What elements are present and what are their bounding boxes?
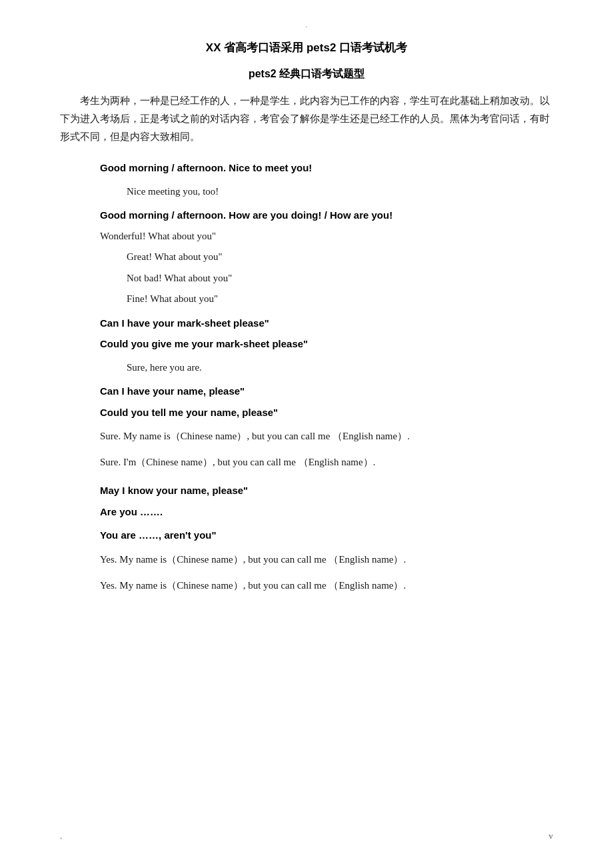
dialog-line-9: Sure, here you are. — [127, 359, 553, 377]
sub-title: pets2 经典口语考试题型 — [60, 67, 553, 81]
dialog-line-12: Sure. My name is（Chinese name）, but you … — [100, 427, 553, 445]
dialog-line-7: Can I have your mark-sheet please" — [100, 315, 553, 332]
top-dot: . — [306, 20, 308, 30]
dialog-line-10: Can I have your name, please" — [100, 383, 553, 400]
dialog-line-8: Could you give me your mark-sheet please… — [100, 335, 553, 353]
dialog-line-14: May I know your name, please" — [100, 482, 553, 499]
dialog-line-17: Yes. My name is（Chinese name）, but you c… — [100, 551, 553, 569]
dialog-line-11: Could you tell me your name, please" — [100, 404, 553, 421]
dialog-line-6: Fine! What about you" — [127, 291, 553, 308]
dialog-line-2: Good morning / afternoon. How are you do… — [100, 207, 553, 224]
dialog-line-4: Great! What about you" — [127, 249, 553, 266]
dialog-line-16: You are ……, aren't you" — [100, 527, 553, 544]
dialog-line-15: Are you ……. — [100, 503, 553, 521]
dialog-line-0: Good morning / afternoon. Nice to meet y… — [100, 159, 553, 177]
footer-left: . — [60, 831, 62, 841]
footer-right: v — [549, 831, 554, 841]
dialog-line-18: Yes. My name is（Chinese name）, but you c… — [100, 577, 553, 595]
intro-paragraph: 考生为两种，一种是已经工作的人，一种是学生，此内容为已工作的内容，学生可在此基础… — [60, 92, 553, 146]
dialog-line-1: Nice meeting you, too! — [127, 183, 553, 201]
dialog-line-13: Sure. I'm（Chinese name）, but you can cal… — [100, 453, 553, 471]
page: . XX 省高考口语采用 pets2 口语考试机考 pets2 经典口语考试题型… — [0, 0, 613, 868]
dialog-line-5: Not bad! What about you" — [127, 270, 553, 287]
dialog-line-3: Wonderful! What about you" — [100, 228, 553, 245]
main-title: XX 省高考口语采用 pets2 口语考试机考 — [60, 40, 553, 55]
page-footer: . v — [0, 831, 613, 841]
